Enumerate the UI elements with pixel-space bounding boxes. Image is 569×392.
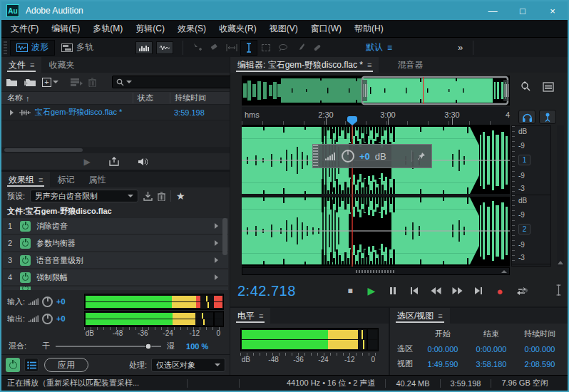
loop-playback-button[interactable] xyxy=(109,157,119,166)
channel-1-badge[interactable]: 1 xyxy=(518,155,530,165)
scrollbar-thumb[interactable] xyxy=(4,148,83,152)
playhead-marker[interactable] xyxy=(347,116,357,125)
workspace-switcher[interactable]: 默认 ≡ xyxy=(366,41,392,53)
tab-effects-rack[interactable]: 效果组 ≡ xyxy=(1,172,50,187)
menu-file[interactable]: 文件(F) xyxy=(4,20,45,37)
pin-playhead-button[interactable] xyxy=(539,110,556,124)
preset-select[interactable]: 男声旁白齿音限制 xyxy=(30,190,138,202)
tab-favorites[interactable]: 收藏夹 xyxy=(41,57,81,73)
effect-menu-icon[interactable] xyxy=(215,274,218,280)
output-gain-knob[interactable] xyxy=(42,314,53,324)
editor-hscrollbar[interactable] xyxy=(242,267,510,275)
column-duration[interactable]: 持续时间 xyxy=(170,93,230,103)
editor-vscrollbar[interactable] xyxy=(557,125,564,267)
stop-button[interactable]: ■ xyxy=(343,284,357,297)
menu-edit[interactable]: 编辑(E) xyxy=(45,20,86,37)
tab-mixer[interactable]: 混音器 xyxy=(390,57,430,73)
pause-button[interactable] xyxy=(386,284,400,297)
delete-file-button[interactable] xyxy=(88,78,96,87)
tab-levels[interactable]: 电平 ≡ xyxy=(230,308,270,324)
new-file-button[interactable]: + xyxy=(42,78,58,87)
effect-slot-5-partial[interactable] xyxy=(3,287,228,290)
view-start[interactable]: 1:49.590 xyxy=(419,360,467,368)
effect-power-toggle[interactable] xyxy=(20,255,31,266)
delete-preset-button[interactable] xyxy=(158,192,165,201)
tab-markers[interactable]: 标记 xyxy=(50,172,81,187)
channel-2-badge[interactable]: 2 xyxy=(518,224,530,234)
overview-waveform[interactable] xyxy=(242,76,510,105)
spectral-display-button[interactable] xyxy=(135,41,153,54)
panel-menu-icon[interactable]: ≡ xyxy=(30,61,34,69)
apply-button[interactable]: 应用 xyxy=(44,358,88,372)
effect-power-toggle[interactable] xyxy=(20,272,31,283)
skip-to-end-button[interactable] xyxy=(471,284,486,297)
volume-hud[interactable]: +0 dB xyxy=(312,144,432,168)
insert-into-multitrack-button[interactable] xyxy=(70,78,83,87)
marquee-selection-tool-button[interactable] xyxy=(257,40,275,56)
slip-tool-button[interactable] xyxy=(223,40,240,56)
effect-power-toggle[interactable] xyxy=(20,238,31,249)
preview-play-button[interactable]: ▶ xyxy=(83,157,90,167)
input-gain-value[interactable]: +0 xyxy=(56,297,66,306)
tab-editor[interactable]: 编辑器: 宝石gem-野狼disco.flac * ≡ xyxy=(230,57,379,73)
skip-to-start-button[interactable] xyxy=(407,284,421,297)
preview-volume-button[interactable] xyxy=(138,158,148,166)
effect-slot-3[interactable]: 3 语音音量级别 xyxy=(3,252,228,268)
move-playhead-button[interactable] xyxy=(519,286,530,296)
effect-slot-4[interactable]: 4 强制限幅 xyxy=(3,269,228,285)
effect-menu-icon[interactable] xyxy=(215,240,218,246)
files-hscrollbar[interactable] xyxy=(1,147,230,153)
expand-chevron-icon[interactable] xyxy=(10,110,14,115)
file-search-box[interactable] xyxy=(112,76,240,88)
mix-slider-handle[interactable] xyxy=(145,343,152,349)
fast-forward-button[interactable] xyxy=(450,284,464,297)
file-row[interactable]: 宝石gem-野狼disco.flac * 3:59.198 xyxy=(1,105,230,120)
selection-end[interactable]: 0:00.000 xyxy=(467,345,516,354)
mix-slider[interactable] xyxy=(56,346,161,347)
effect-menu-icon[interactable] xyxy=(215,223,218,229)
maximize-button[interactable]: □ xyxy=(508,1,538,20)
hud-pin-icon[interactable] xyxy=(417,152,426,160)
effect-slot-1[interactable]: 1 消除齿音 xyxy=(3,218,228,234)
menu-view[interactable]: 视图(V) xyxy=(263,20,304,37)
column-name[interactable]: 名称 ↑ xyxy=(1,93,133,103)
search-options-icon[interactable] xyxy=(126,81,132,83)
view-duration[interactable]: 2:08.590 xyxy=(516,360,564,368)
mix-value[interactable]: 100 % xyxy=(186,342,208,351)
selection-duration[interactable]: 0:00.000 xyxy=(516,345,564,354)
waveform-display-button[interactable] xyxy=(156,41,173,54)
time-selection-tool-button[interactable] xyxy=(240,40,257,56)
menu-multitrack[interactable]: 多轨(M) xyxy=(86,20,129,37)
toolbar-overflow-button[interactable]: » xyxy=(458,42,463,53)
menu-window[interactable]: 窗口(W) xyxy=(304,20,348,37)
move-tool-button[interactable] xyxy=(189,40,206,56)
process-select[interactable]: 仅选区对象 xyxy=(151,358,225,372)
effect-menu-icon[interactable] xyxy=(215,257,218,263)
open-file-button[interactable] xyxy=(6,78,18,87)
editor-options-button[interactable] xyxy=(540,80,557,94)
rack-power-toggle[interactable] xyxy=(6,358,20,372)
headphones-monitor-button[interactable] xyxy=(518,110,535,124)
hud-drag-handle[interactable] xyxy=(313,145,319,167)
menu-effects[interactable]: 效果(S) xyxy=(171,20,212,37)
output-gain-value[interactable]: +0 xyxy=(56,314,66,323)
panel-menu-icon[interactable]: ≡ xyxy=(39,175,43,184)
favorite-star-icon[interactable]: ★ xyxy=(176,190,185,202)
effects-list-toggle[interactable] xyxy=(24,358,39,372)
close-button[interactable]: × xyxy=(538,1,568,20)
time-display[interactable]: 2:42.718 xyxy=(237,283,296,299)
spot-healing-brush-button[interactable] xyxy=(309,40,326,56)
razor-tool-button[interactable] xyxy=(206,40,223,56)
tab-selection-view[interactable]: 选区/视图 ≡ xyxy=(390,308,450,324)
menu-help[interactable]: 帮助(H) xyxy=(348,20,390,37)
panel-menu-icon[interactable]: ≡ xyxy=(259,311,263,320)
multitrack-view-button[interactable]: 多轨 xyxy=(55,40,100,56)
rewind-button[interactable] xyxy=(429,284,443,297)
adjust-selection-button[interactable] xyxy=(555,284,562,297)
lasso-selection-tool-button[interactable] xyxy=(275,40,292,56)
paintbrush-tool-button[interactable] xyxy=(292,40,309,56)
panel-menu-icon[interactable]: ≡ xyxy=(367,61,371,69)
column-status[interactable]: 状态 xyxy=(133,93,170,103)
import-file-button[interactable] xyxy=(24,78,36,87)
view-end[interactable]: 3:58.180 xyxy=(467,360,516,368)
